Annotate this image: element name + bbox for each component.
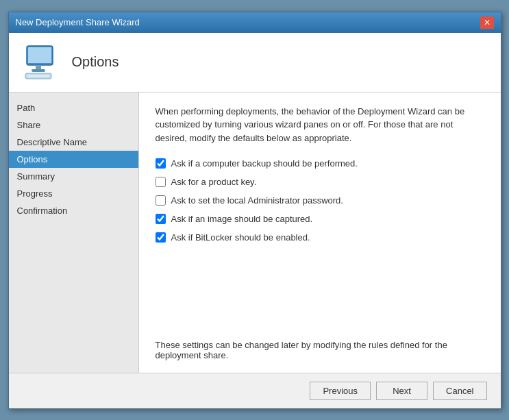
checkbox-input-0[interactable] <box>156 158 166 169</box>
checkbox-item-2: Ask to set the local Administrator passw… <box>156 195 484 206</box>
checkbox-label-1: Ask for a product key. <box>171 177 257 187</box>
checkbox-input-4[interactable] <box>156 232 166 243</box>
sidebar-item-confirmation[interactable]: Confirmation <box>9 202 138 219</box>
close-button[interactable]: ✕ <box>480 16 494 29</box>
sidebar-item-descriptive-name[interactable]: Descriptive Name <box>9 134 138 151</box>
checkbox-input-3[interactable] <box>156 214 166 224</box>
next-button[interactable]: Next <box>376 382 427 400</box>
svg-rect-1 <box>28 47 51 63</box>
description-text: When performing deployments, the behavio… <box>156 105 484 145</box>
checkbox-item-3: Ask if an image should be captured. <box>156 214 484 224</box>
checkbox-item-1: Ask for a product key. <box>156 177 484 187</box>
previous-button[interactable]: Previous <box>310 382 371 400</box>
sidebar-item-progress[interactable]: Progress <box>9 185 138 202</box>
computer-icon <box>23 43 61 82</box>
cancel-button[interactable]: Cancel <box>433 382 486 400</box>
checkbox-label-4: Ask if BitLocker should be enabled. <box>171 232 310 243</box>
sidebar-item-summary[interactable]: Summary <box>9 168 138 185</box>
svg-rect-2 <box>36 65 41 70</box>
checkbox-label-2: Ask to set the local Administrator passw… <box>171 195 343 206</box>
wizard-window: New Deployment Share Wizard ✕ Options Pa… <box>8 12 501 409</box>
footer: Previous Next Cancel <box>9 373 501 408</box>
content-area: PathShareDescriptive NameOptionsSummaryP… <box>9 92 501 373</box>
sidebar: PathShareDescriptive NameOptionsSummaryP… <box>9 92 139 373</box>
bottom-note: These settings can be changed later by m… <box>156 326 484 360</box>
checkbox-label-3: Ask if an image should be captured. <box>171 214 313 224</box>
checkbox-input-1[interactable] <box>156 177 166 187</box>
checkboxes-container: Ask if a computer backup should be perfo… <box>156 158 484 251</box>
svg-rect-5 <box>27 75 49 77</box>
checkbox-item-4: Ask if BitLocker should be enabled. <box>156 232 484 243</box>
main-content: When performing deployments, the behavio… <box>139 92 501 373</box>
checkbox-input-2[interactable] <box>156 195 166 206</box>
page-title: Options <box>72 54 119 70</box>
checkbox-label-0: Ask if a computer backup should be perfo… <box>171 158 358 169</box>
window-title: New Deployment Share Wizard <box>16 17 140 27</box>
sidebar-item-options[interactable]: Options <box>9 151 138 168</box>
checkbox-item-0: Ask if a computer backup should be perfo… <box>156 158 484 169</box>
header-section: Options <box>9 33 501 92</box>
sidebar-item-path[interactable]: Path <box>9 99 138 116</box>
svg-rect-3 <box>32 69 45 72</box>
title-bar: New Deployment Share Wizard ✕ <box>9 12 501 33</box>
sidebar-item-share[interactable]: Share <box>9 116 138 134</box>
